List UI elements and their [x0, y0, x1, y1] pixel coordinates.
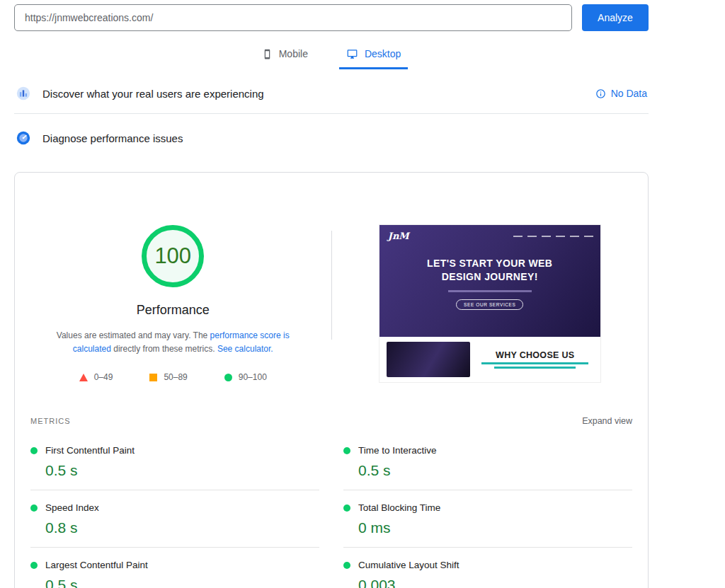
legend-item-good: 90–100 — [224, 372, 267, 382]
metrics-grid: First Contentful Paint 0.5 s Time to Int… — [15, 433, 648, 588]
thumbnail-headline: LET'S START YOUR WEB DESIGN JOURNEY! — [413, 257, 567, 284]
no-data-indicator[interactable]: No Data — [595, 88, 647, 99]
legend-item-poor: 0–49 — [79, 372, 113, 382]
device-tabs: Mobile Desktop — [14, 48, 649, 69]
metric-time-to-interactive: Time to Interactive 0.5 s — [343, 433, 632, 490]
thumbnail-hero: JnM LET'S START YOUR WEB DESIGN JOURNEY!… — [379, 225, 600, 337]
lab-data-icon — [16, 130, 31, 146]
performance-score-gauge: 100 — [142, 225, 204, 287]
triangle-poor-icon — [79, 374, 88, 381]
thumbnail-cta-button: SEE OUR SERVICES — [456, 299, 523, 310]
thumbnail-laptop-image — [387, 342, 470, 377]
metric-good-icon — [343, 562, 350, 569]
score-legend: 0–49 50–89 90–100 — [79, 372, 267, 382]
thumbnail-site-logo: JnM — [388, 231, 409, 241]
expand-view-button[interactable]: Expand view — [582, 416, 632, 426]
metric-first-contentful-paint: First Contentful Paint 0.5 s — [30, 433, 319, 490]
analyze-button[interactable]: Analyze — [582, 4, 649, 31]
field-data-icon — [16, 86, 31, 101]
legend-range-poor: 0–49 — [94, 372, 113, 382]
field-data-row: Discover what your real users are experi… — [14, 75, 649, 112]
metric-good-icon — [30, 447, 38, 454]
tab-desktop-label: Desktop — [365, 48, 401, 59]
score-disclaimer: Values are estimated and may vary. The p… — [51, 329, 295, 355]
metric-value: 0.5 s — [45, 577, 319, 588]
metrics-header: METRICS Expand view — [15, 416, 648, 426]
metric-good-icon — [30, 562, 38, 569]
disclaimer-text-2: directly from these metrics. — [111, 344, 217, 354]
url-input[interactable] — [14, 4, 572, 31]
metric-value: 0.003 — [358, 577, 632, 588]
metric-label: Time to Interactive — [358, 445, 437, 456]
tab-desktop[interactable]: Desktop — [339, 48, 408, 69]
metric-speed-index: Speed Index 0.8 s — [30, 490, 319, 548]
no-data-label: No Data — [611, 88, 647, 99]
thumbnail-section-title: WHY CHOOSE US — [477, 350, 593, 360]
pagespeed-page: Analyze Mobile Desktop Discover what you… — [14, 0, 649, 588]
thumbnail-lower-section: WHY CHOOSE US — [379, 337, 600, 382]
circle-good-icon — [224, 374, 232, 381]
performance-score-value: 100 — [154, 243, 191, 269]
gauge-section: 100 Performance Values are estimated and… — [15, 173, 648, 382]
metric-good-icon — [343, 447, 350, 454]
tab-mobile[interactable]: Mobile — [255, 48, 315, 69]
legend-range-average: 50–89 — [164, 372, 187, 382]
metric-label: Total Blocking Time — [358, 502, 440, 513]
metric-value: 0 ms — [358, 519, 632, 536]
metric-value: 0.5 s — [358, 462, 632, 479]
metrics-title: METRICS — [30, 417, 71, 425]
url-bar: Analyze — [14, 0, 649, 31]
performance-score-label: Performance — [137, 303, 210, 318]
metric-largest-contentful-paint: Largest Contentful Paint 0.5 s — [30, 548, 319, 588]
metric-label: Largest Contentful Paint — [45, 560, 148, 570]
desktop-monitor-icon — [346, 49, 358, 59]
thumbnail-teal-text-lines — [477, 362, 593, 369]
disclaimer-text: Values are estimated and may vary. The — [57, 330, 210, 340]
thumbnail-subtext-line — [448, 290, 532, 292]
thumbnail-nav-links — [513, 236, 593, 237]
field-data-title: Discover what your real users are experi… — [42, 88, 264, 100]
legend-range-good: 90–100 — [239, 372, 267, 382]
lab-data-title: Diagnose performance issues — [42, 132, 183, 144]
lab-data-row: Diagnose performance issues — [14, 120, 649, 156]
legend-item-average: 50–89 — [149, 372, 187, 382]
section-divider — [14, 113, 649, 114]
metric-cumulative-layout-shift: Cumulative Layout Shift 0.003 — [343, 548, 632, 588]
metric-label: First Contentful Paint — [45, 445, 135, 456]
square-average-icon — [149, 374, 157, 381]
metric-good-icon — [343, 505, 350, 512]
tab-mobile-label: Mobile — [279, 48, 308, 59]
metric-label: Speed Index — [45, 502, 99, 513]
metric-label: Cumulative Layout Shift — [358, 560, 459, 570]
info-icon — [595, 88, 606, 99]
see-calculator-link[interactable]: See calculator. — [217, 344, 273, 354]
metric-value: 0.5 s — [45, 462, 319, 479]
metric-good-icon — [30, 505, 38, 512]
metric-total-blocking-time: Total Blocking Time 0 ms — [343, 490, 632, 548]
performance-report-card: 100 Performance Values are estimated and… — [14, 172, 649, 588]
page-screenshot-thumbnail: JnM LET'S START YOUR WEB DESIGN JOURNEY!… — [379, 225, 600, 382]
mobile-phone-icon — [262, 49, 273, 59]
metric-value: 0.8 s — [45, 519, 319, 536]
